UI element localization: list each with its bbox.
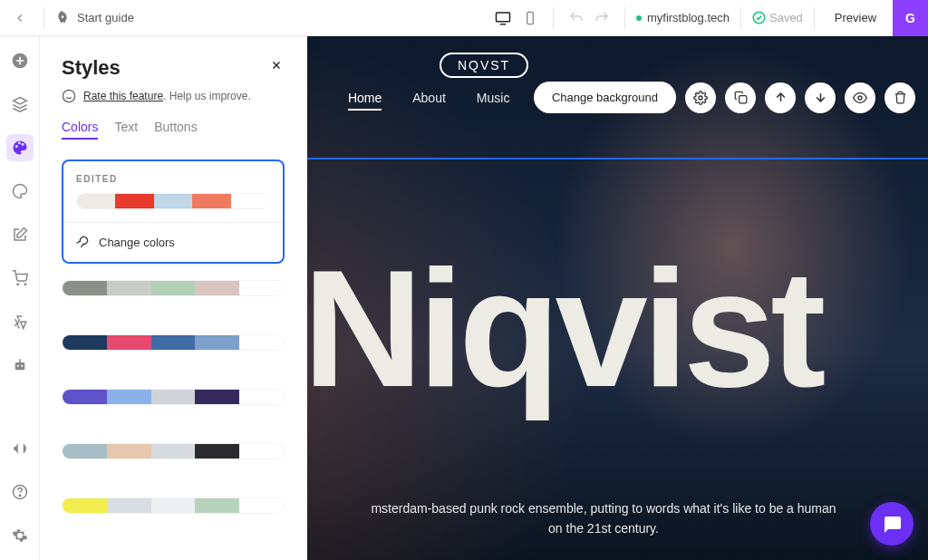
palette-bar xyxy=(62,280,285,296)
question-circle-icon xyxy=(12,484,28,500)
section-delete-button[interactable] xyxy=(884,82,915,113)
palette-swatch xyxy=(63,498,107,513)
palette-option[interactable] xyxy=(62,443,285,459)
rail-edit-button[interactable] xyxy=(6,221,34,248)
hero-title[interactable]: Niqvist xyxy=(303,245,928,411)
svg-point-12 xyxy=(699,96,702,100)
topbar-divider xyxy=(624,7,625,29)
palette-swatch xyxy=(151,390,196,404)
trash-icon xyxy=(894,91,907,104)
nav-about[interactable]: About xyxy=(412,91,446,111)
undo-icon xyxy=(568,10,585,26)
svg-rect-2 xyxy=(527,12,534,24)
rail-styles-button[interactable] xyxy=(6,134,34,161)
svg-point-6 xyxy=(24,284,26,285)
palette-option[interactable] xyxy=(62,389,285,405)
palette-swatch xyxy=(239,281,284,295)
palette-swatch xyxy=(239,335,284,350)
gear-icon xyxy=(693,91,708,105)
hero-subtitle[interactable]: msterdam-based punk rock ensemble, putti… xyxy=(306,498,901,539)
device-mobile-button[interactable] xyxy=(518,6,542,30)
rail-megaphone-button[interactable] xyxy=(6,435,34,462)
site-logo[interactable]: NQVST xyxy=(440,53,528,78)
palette-edited xyxy=(76,193,270,209)
go-live-button[interactable]: G xyxy=(893,0,928,36)
palette-option[interactable] xyxy=(62,497,285,514)
rate-feature-link[interactable]: Rate this feature xyxy=(83,90,163,102)
palette-swatch xyxy=(154,194,192,208)
svg-point-11 xyxy=(19,495,21,497)
megaphone-icon xyxy=(12,440,28,457)
eye-icon xyxy=(853,91,867,105)
translate-icon xyxy=(12,314,28,330)
rail-ai-button[interactable] xyxy=(6,352,34,379)
smile-icon xyxy=(62,89,76,103)
nav-home[interactable]: Home xyxy=(348,91,382,111)
copy-icon xyxy=(734,91,748,104)
plus-circle-icon xyxy=(11,52,29,70)
palette-option[interactable] xyxy=(62,334,285,351)
edited-palette-card[interactable]: EDITED Change colors xyxy=(62,159,285,264)
nav-music[interactable]: Music xyxy=(477,91,510,111)
section-visibility-button[interactable] xyxy=(845,82,875,113)
section-move-down-button[interactable] xyxy=(805,82,836,113)
saved-label: Saved xyxy=(769,11,803,24)
rail-store-button[interactable] xyxy=(6,265,34,292)
rail-help-button[interactable] xyxy=(6,478,34,506)
redo-button[interactable] xyxy=(590,6,614,30)
palette-swatch xyxy=(107,335,151,350)
palette-outline-icon xyxy=(12,183,28,199)
palette-swatch xyxy=(77,194,115,208)
palette-icon xyxy=(12,140,28,156)
svg-rect-7 xyxy=(14,362,24,370)
close-panel-button[interactable] xyxy=(268,56,285,76)
rail-translate-button[interactable] xyxy=(6,308,34,335)
back-button[interactable] xyxy=(7,5,33,31)
rail-settings-button[interactable] xyxy=(6,522,34,549)
palette-swatch xyxy=(63,444,107,459)
rate-suffix: . Help us improve. xyxy=(163,90,251,102)
chat-widget-button[interactable] xyxy=(870,502,914,546)
tab-buttons[interactable]: Buttons xyxy=(154,120,197,140)
palette-swatch xyxy=(239,498,284,513)
desktop-icon xyxy=(495,10,511,26)
change-colors-label: Change colors xyxy=(99,236,175,249)
palette-bar xyxy=(62,334,285,351)
svg-point-19 xyxy=(63,90,74,101)
palette-swatch xyxy=(195,281,239,295)
svg-point-8 xyxy=(16,365,18,367)
section-move-up-button[interactable] xyxy=(765,82,796,113)
palette-swatch xyxy=(151,444,196,459)
preview-button[interactable]: Preview xyxy=(826,5,885,30)
topbar-divider xyxy=(814,7,815,29)
mobile-icon xyxy=(523,11,537,25)
brush-icon xyxy=(76,236,90,249)
undo-button[interactable] xyxy=(565,6,588,30)
arrow-up-icon xyxy=(774,91,788,104)
palette-option[interactable] xyxy=(62,280,285,296)
tab-colors[interactable]: Colors xyxy=(62,120,98,140)
tab-text[interactable]: Text xyxy=(114,120,138,140)
start-guide-button[interactable]: Start guide xyxy=(55,11,134,25)
chat-icon xyxy=(881,513,903,535)
palette-swatch xyxy=(195,335,239,350)
close-icon xyxy=(270,59,283,72)
palette-swatch xyxy=(231,194,269,208)
rail-theme-button[interactable] xyxy=(6,178,34,205)
palette-swatch xyxy=(115,194,153,208)
section-settings-button[interactable] xyxy=(685,82,716,113)
palette-swatch xyxy=(151,498,196,513)
rail-layers-button[interactable] xyxy=(6,91,34,118)
palette-swatch xyxy=(107,498,151,513)
change-colors-button[interactable]: Change colors xyxy=(76,236,270,249)
svg-point-5 xyxy=(17,284,19,285)
section-duplicate-button[interactable] xyxy=(725,82,756,113)
hero-sub-line2: on the 21st century. xyxy=(548,521,659,536)
robot-icon xyxy=(12,357,28,373)
pencil-square-icon xyxy=(12,227,28,243)
rail-add-button[interactable] xyxy=(6,47,34,74)
topbar-divider xyxy=(44,7,44,29)
device-desktop-button[interactable] xyxy=(491,6,515,30)
domain-display[interactable]: myfirstblog.tech xyxy=(636,11,730,24)
change-background-button[interactable]: Change background xyxy=(534,82,676,113)
